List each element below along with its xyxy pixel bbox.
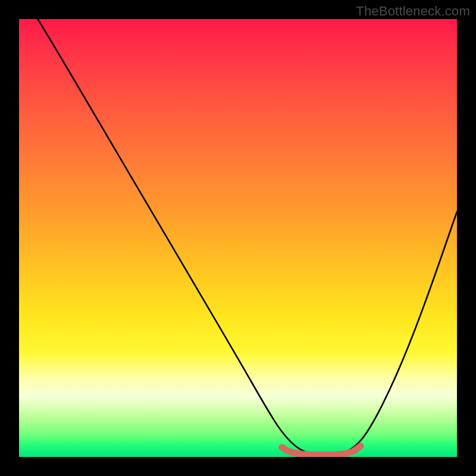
chart-frame: TheBottleneck.com: [0, 0, 476, 476]
chart-svg: [19, 19, 457, 457]
watermark-text: TheBottleneck.com: [356, 4, 470, 19]
curve-path: [38, 19, 457, 455]
plot-area: [19, 19, 457, 457]
floor-dash-path: [282, 446, 361, 455]
